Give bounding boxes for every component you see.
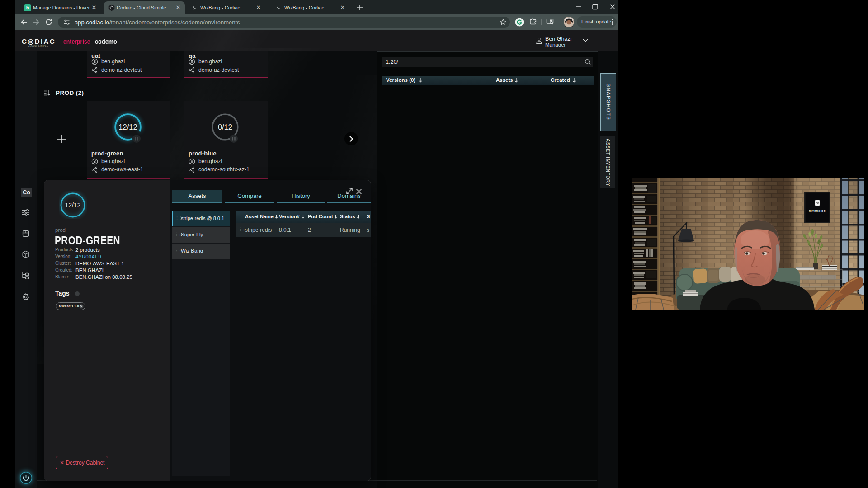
svg-text:RIVERSIDE: RIVERSIDE (809, 210, 826, 212)
svg-text:12/12: 12/12 (118, 123, 137, 131)
svg-text:0/12: 0/12 (218, 123, 232, 131)
svg-text:12/12: 12/12 (65, 202, 80, 209)
svg-text:h: h (26, 5, 29, 10)
